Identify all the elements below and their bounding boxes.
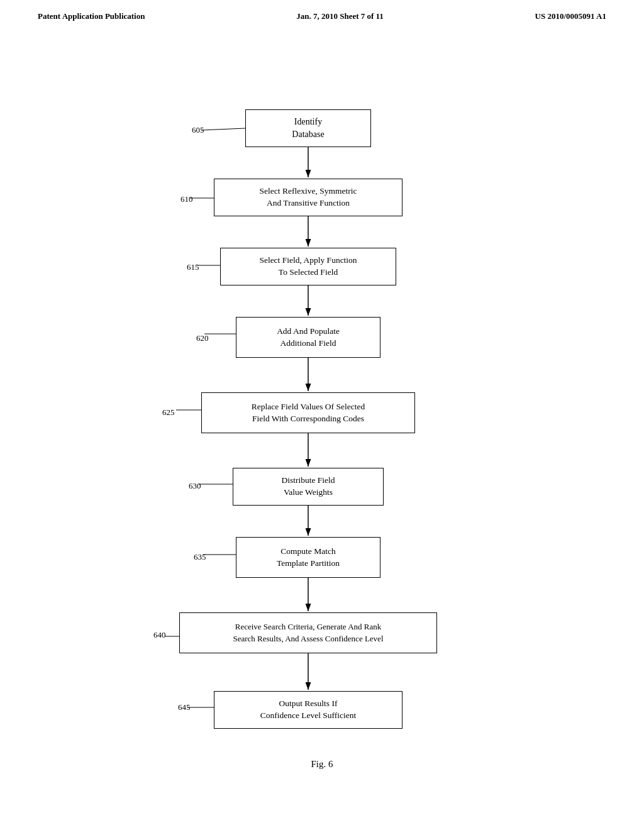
label-615: 615: [187, 262, 199, 272]
label-610: 610: [180, 194, 193, 204]
label-620: 620: [196, 333, 209, 343]
label-635: 635: [194, 552, 206, 562]
box-610: Select Reflexive, SymmetricAnd Transitiv…: [214, 179, 402, 216]
box-630: Distribute FieldValue Weights: [233, 468, 384, 506]
header-patent-number: US 2010/0005091 A1: [535, 11, 606, 21]
label-640: 640: [153, 630, 166, 640]
box-640: Receive Search Criteria, Generate And Ra…: [179, 612, 437, 653]
header-date-sheet: Jan. 7, 2010 Sheet 7 of 11: [296, 11, 384, 21]
svg-line-9: [201, 128, 245, 130]
diagram-container: IdentifyDatabase Select Reflexive, Symme…: [0, 28, 644, 782]
figure-caption: Fig. 6: [0, 759, 644, 770]
box-635: Compute MatchTemplate Partition: [236, 537, 380, 578]
label-630: 630: [189, 481, 201, 491]
box-625: Replace Field Values Of SelectedField Wi…: [201, 392, 415, 433]
label-625: 625: [162, 407, 175, 418]
box-605: IdentifyDatabase: [245, 109, 371, 147]
box-620: Add And PopulateAdditional Field: [236, 317, 380, 358]
box-615: Select Field, Apply FunctionTo Selected …: [220, 248, 396, 285]
page-header: Patent Application Publication Jan. 7, 2…: [0, 0, 644, 28]
box-645: Output Results IfConfidence Level Suffic…: [214, 691, 402, 729]
header-publication-label: Patent Application Publication: [38, 11, 145, 21]
label-645: 645: [178, 702, 191, 712]
label-605: 605: [192, 125, 204, 135]
